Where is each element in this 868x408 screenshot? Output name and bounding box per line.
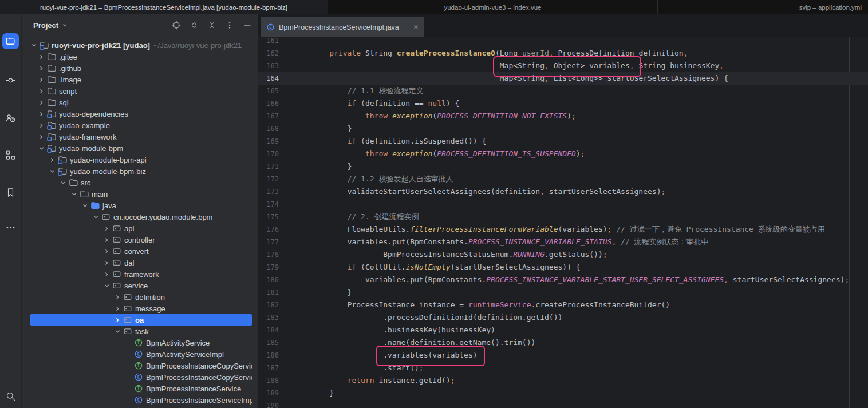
line-number[interactable]: 178 bbox=[258, 248, 279, 261]
line-number[interactable]: 165 bbox=[258, 85, 279, 97]
tree-item-service[interactable]: service bbox=[30, 280, 252, 291]
line-number[interactable]: 189 bbox=[258, 387, 279, 399]
chevron-down-icon[interactable] bbox=[102, 282, 111, 290]
tree-item-BpmProcessInstanceService[interactable]: IBpmProcessInstanceService bbox=[30, 383, 252, 394]
window-tab-active[interactable]: ruoyi-vue-pro-jdk21 – BpmProcessInstance… bbox=[0, 0, 328, 14]
line-number[interactable]: 162 bbox=[258, 47, 279, 60]
tree-item-api[interactable]: api bbox=[30, 223, 252, 234]
chevron-right-icon[interactable] bbox=[102, 270, 111, 279]
line-number[interactable]: 163 bbox=[258, 60, 279, 72]
line-number[interactable]: 164 bbox=[258, 72, 279, 85]
select-opened-file-button[interactable] bbox=[170, 19, 183, 31]
tree-item-sql[interactable]: sql bbox=[30, 97, 252, 108]
code-editor[interactable]: 161162 private String createProcessInsta… bbox=[258, 37, 868, 408]
line-number[interactable]: 174 bbox=[258, 198, 279, 211]
line-number[interactable]: 186 bbox=[258, 349, 279, 362]
chevron-right-icon[interactable] bbox=[37, 53, 46, 61]
tree-item-java[interactable]: java bbox=[30, 200, 252, 211]
chevron-right-icon[interactable] bbox=[37, 133, 46, 141]
chevron-right-icon[interactable] bbox=[37, 64, 46, 73]
tree-item-framework[interactable]: framework bbox=[30, 268, 252, 280]
line-number[interactable]: 170 bbox=[258, 148, 279, 160]
chevron-right-icon[interactable] bbox=[37, 87, 46, 96]
chevron-down-icon[interactable] bbox=[113, 327, 122, 336]
tree-item-script[interactable]: script bbox=[30, 85, 252, 97]
close-icon[interactable]: ✕ bbox=[413, 24, 419, 30]
chevron-down-icon[interactable] bbox=[92, 213, 100, 221]
tree-item-task[interactable]: task bbox=[30, 326, 252, 337]
line-number[interactable]: 187 bbox=[258, 362, 279, 374]
chevron-right-icon[interactable] bbox=[113, 304, 122, 313]
line-number[interactable]: 175 bbox=[258, 211, 279, 223]
tree-item-yudao-example[interactable]: yudao-example bbox=[30, 120, 252, 131]
chevron-right-icon[interactable] bbox=[113, 293, 122, 302]
options-button[interactable] bbox=[223, 19, 236, 31]
line-number[interactable]: 185 bbox=[258, 336, 279, 349]
chevron-right-icon[interactable] bbox=[37, 110, 46, 118]
tree-item-ruoyi-vue-pro-jdk21-yudao-[interactable]: ruoyi-vue-pro-jdk21 [yudao]~/Java/ruoyi-… bbox=[30, 39, 252, 51]
project-panel-title[interactable]: Project bbox=[33, 21, 69, 30]
chevron-down-icon[interactable] bbox=[30, 41, 38, 50]
window-tab-3[interactable]: svip – application.yml bbox=[657, 0, 868, 14]
line-number[interactable]: 171 bbox=[258, 160, 279, 173]
line-number[interactable]: 180 bbox=[258, 274, 279, 286]
expand-all-button[interactable] bbox=[188, 19, 200, 31]
line-number[interactable]: 161 bbox=[258, 37, 279, 47]
chevron-right-icon[interactable] bbox=[102, 259, 111, 267]
tree-item-yudao-module-bpm[interactable]: yudao-module-bpm bbox=[30, 142, 252, 154]
tree-item-BpmActivityServiceImpl[interactable]: CBpmActivityServiceImpl bbox=[30, 348, 252, 360]
tree-item-yudao-dependencies[interactable]: yudao-dependencies bbox=[30, 108, 252, 120]
line-number[interactable]: 190 bbox=[258, 399, 279, 408]
stripe-button-code-with-me[interactable]: ? bbox=[2, 110, 19, 126]
chevron-down-icon[interactable] bbox=[70, 190, 78, 199]
line-number[interactable]: 188 bbox=[258, 374, 279, 387]
line-number[interactable]: 172 bbox=[258, 173, 279, 185]
tree-item-controller[interactable]: controller bbox=[30, 234, 252, 245]
stripe-button-structure[interactable] bbox=[2, 147, 19, 163]
stripe-button-more-tool-windows[interactable] bbox=[2, 219, 19, 235]
tree-item-src[interactable]: src bbox=[30, 177, 252, 188]
line-number[interactable]: 169 bbox=[258, 135, 279, 148]
tree-item-BpmProcessInstanceServiceImpl[interactable]: CBpmProcessInstanceServiceImpl bbox=[30, 394, 252, 406]
tree-item-cn.iocoder.yudao.module.bpm[interactable]: cn.iocoder.yudao.module.bpm bbox=[30, 211, 252, 223]
tree-item-BpmProcessInstanceCopyService[interactable]: IBpmProcessInstanceCopyService bbox=[30, 360, 252, 371]
line-number[interactable]: 168 bbox=[258, 122, 279, 135]
chevron-right-icon[interactable] bbox=[37, 76, 46, 84]
tree-item-definition[interactable]: definition bbox=[30, 291, 252, 303]
chevron-right-icon[interactable] bbox=[102, 224, 111, 233]
tree-item-.gitee[interactable]: .gitee bbox=[30, 51, 252, 62]
chevron-right-icon[interactable] bbox=[113, 316, 122, 324]
tree-item-dal[interactable]: dal bbox=[30, 257, 252, 268]
chevron-right-icon[interactable] bbox=[102, 247, 111, 256]
stripe-button-bookmarks[interactable] bbox=[2, 184, 19, 200]
line-number[interactable]: 177 bbox=[258, 236, 279, 248]
tree-item-BpmActivityService[interactable]: IBpmActivityService bbox=[30, 337, 252, 348]
chevron-down-icon[interactable] bbox=[37, 144, 46, 153]
chevron-right-icon[interactable] bbox=[102, 236, 111, 244]
tree-item-yudao-module-bpm-biz[interactable]: yudao-module-bpm-biz bbox=[30, 165, 252, 177]
line-number[interactable]: 183 bbox=[258, 311, 279, 324]
stripe-button-search[interactable] bbox=[2, 388, 19, 404]
chevron-down-icon[interactable] bbox=[48, 167, 57, 176]
tree-item-convert[interactable]: convert bbox=[30, 245, 252, 257]
line-number[interactable]: 167 bbox=[258, 110, 279, 122]
tree-item-message[interactable]: message bbox=[30, 303, 252, 314]
tree-item-.image[interactable]: .image bbox=[30, 74, 252, 85]
chevron-right-icon[interactable] bbox=[37, 121, 46, 130]
chevron-down-icon[interactable] bbox=[81, 201, 89, 210]
stripe-button-project[interactable] bbox=[2, 33, 19, 49]
window-tab-2[interactable]: yudao-ui-admin-vue3 – index.vue bbox=[328, 0, 657, 14]
stripe-button-commit[interactable] bbox=[2, 72, 19, 88]
tree-item-oa[interactable]: oa bbox=[30, 314, 252, 326]
tree-item-yudao-module-bpm-api[interactable]: yudao-module-bpm-api bbox=[30, 154, 252, 165]
tree-item-yudao-framework[interactable]: yudao-framework bbox=[30, 131, 252, 142]
tree-item-main[interactable]: main bbox=[30, 188, 252, 200]
hide-button[interactable] bbox=[241, 19, 254, 31]
chevron-right-icon[interactable] bbox=[48, 156, 57, 164]
line-number[interactable]: 184 bbox=[258, 324, 279, 336]
collapse-all-button[interactable] bbox=[206, 19, 218, 31]
editor-tab[interactable]: C BpmProcessInstanceServiceImpl.java ✕ bbox=[261, 17, 424, 37]
line-number[interactable]: 176 bbox=[258, 223, 279, 236]
line-number[interactable]: 182 bbox=[258, 299, 279, 311]
line-number[interactable]: 173 bbox=[258, 185, 279, 198]
